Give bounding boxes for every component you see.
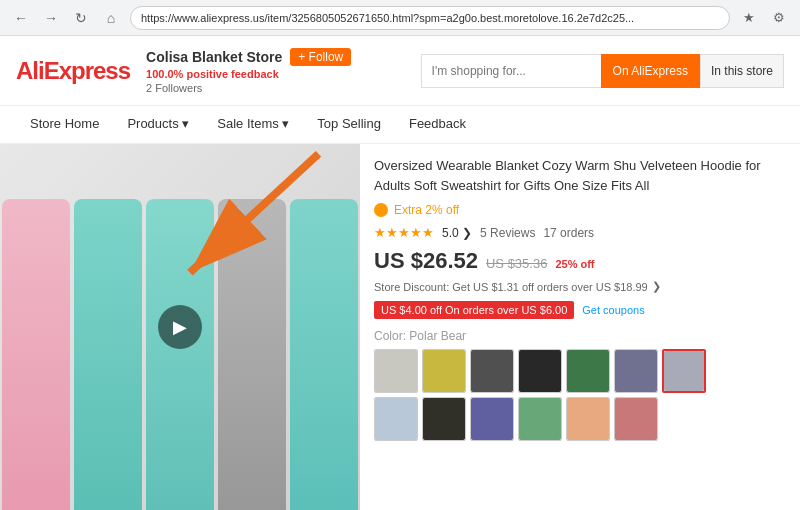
color-swatch-2[interactable] (422, 349, 466, 393)
orders-count: 17 orders (543, 226, 594, 240)
current-price: US $26.52 (374, 248, 478, 274)
hoodie-teal3 (290, 199, 358, 510)
original-price: US $35.36 (486, 256, 547, 271)
color-swatch-1[interactable] (374, 349, 418, 393)
nav-top-selling-label: Top Selling (317, 116, 381, 131)
store-info: Colisa Blanket Store + Follow 100.0% pos… (146, 48, 351, 94)
color-swatch-6[interactable] (614, 349, 658, 393)
color-swatch-7[interactable] (662, 349, 706, 393)
site-header: AliExpress Colisa Blanket Store + Follow… (0, 36, 800, 106)
hoodie-pink (2, 199, 70, 510)
search-on-aliexpress-button[interactable]: On AliExpress (601, 54, 700, 88)
nav-store-home[interactable]: Store Home (16, 106, 113, 144)
nav-sale-items[interactable]: Sale Items ▾ (203, 106, 303, 144)
nav-products-label: Products ▾ (127, 116, 189, 131)
color-swatch-5[interactable] (566, 349, 610, 393)
hoodie-teal2 (146, 199, 214, 510)
feedback-label: positive feedback (186, 68, 278, 80)
coupon-badge: US $4.00 off On orders over US $6.00 (374, 301, 574, 319)
refresh-button[interactable]: ↻ (70, 7, 92, 29)
main-content: ▶ Oversized Wearable Blanket Cozy Warm S… (0, 144, 800, 510)
color-swatch-9[interactable] (422, 397, 466, 441)
product-details: Oversized Wearable Blanket Cozy Warm Shu… (360, 144, 800, 510)
selected-color-name: Polar Bear (409, 329, 466, 343)
hoodie-gray (218, 199, 286, 510)
store-name: Colisa Blanket Store (146, 49, 282, 65)
settings-icon[interactable]: ⚙ (768, 7, 790, 29)
product-image: ▶ (0, 144, 360, 510)
nav-store-home-label: Store Home (30, 116, 99, 131)
color-swatch-8[interactable] (374, 397, 418, 441)
home-button[interactable]: ⌂ (100, 7, 122, 29)
swatches-row-1 (374, 349, 786, 393)
search-in-store-button[interactable]: In this store (700, 54, 784, 88)
search-area: On AliExpress In this store (421, 54, 784, 88)
star-icons: ★★★★★ (374, 225, 434, 240)
get-coupons-link[interactable]: Get coupons (582, 304, 644, 316)
reviews-count: 5 Reviews (480, 226, 535, 240)
nav-bar: Store Home Products ▾ Sale Items ▾ Top S… (0, 106, 800, 144)
nav-products[interactable]: Products ▾ (113, 106, 203, 144)
discount-badge: 25% off (555, 258, 594, 270)
store-discount-text: Store Discount: Get US $1.31 off orders … (374, 281, 648, 293)
color-swatch-3[interactable] (470, 349, 514, 393)
extra-discount-text: Extra 2% off (394, 203, 459, 217)
hoodie-teal1 (74, 199, 142, 510)
rating-row: ★★★★★ 5.0 ❯ 5 Reviews 17 orders (374, 225, 786, 240)
color-label: Color: Polar Bear (374, 329, 786, 343)
nav-top-selling[interactable]: Top Selling (303, 106, 395, 144)
color-swatch-12[interactable] (566, 397, 610, 441)
coupon-bar: US $4.00 off On orders over US $6.00 Get… (374, 301, 786, 319)
price-row: US $26.52 US $35.36 25% off (374, 248, 786, 274)
color-swatch-11[interactable] (518, 397, 562, 441)
product-image-area: ▶ (0, 144, 360, 510)
product-title: Oversized Wearable Blanket Cozy Warm Shu… (374, 156, 786, 195)
color-swatch-4[interactable] (518, 349, 562, 393)
aliexpress-logo: AliExpress (16, 57, 130, 85)
play-button[interactable]: ▶ (158, 305, 202, 349)
store-discount-row: Store Discount: Get US $1.31 off orders … (374, 280, 786, 293)
store-feedback: 100.0% positive feedback (146, 68, 351, 80)
nav-feedback[interactable]: Feedback (395, 106, 480, 144)
store-name-row: Colisa Blanket Store + Follow (146, 48, 351, 66)
feedback-pct: 100.0% (146, 68, 183, 80)
url-text: https://www.aliexpress.us/item/325680505… (141, 12, 719, 24)
browser-chrome: ← → ↻ ⌂ https://www.aliexpress.us/item/3… (0, 0, 800, 36)
swatches-row-2 (374, 397, 786, 441)
follow-button[interactable]: + Follow (290, 48, 351, 66)
forward-button[interactable]: → (40, 7, 62, 29)
color-swatch-13[interactable] (614, 397, 658, 441)
color-swatch-10[interactable] (470, 397, 514, 441)
extra-discount-row: Extra 2% off (374, 203, 786, 217)
followers-count: 2 Followers (146, 82, 351, 94)
nav-feedback-label: Feedback (409, 116, 466, 131)
rating-chevron-icon[interactable]: ❯ (462, 226, 472, 240)
discount-dot-icon (374, 203, 388, 217)
address-bar[interactable]: https://www.aliexpress.us/item/325680505… (130, 6, 730, 30)
back-button[interactable]: ← (10, 7, 32, 29)
store-discount-chevron[interactable]: ❯ (652, 280, 661, 293)
bookmark-icon[interactable]: ★ (738, 7, 760, 29)
nav-sale-items-label: Sale Items ▾ (217, 116, 289, 131)
color-swatches (374, 349, 786, 441)
rating-score: 5.0 ❯ (442, 226, 472, 240)
search-input[interactable] (421, 54, 601, 88)
